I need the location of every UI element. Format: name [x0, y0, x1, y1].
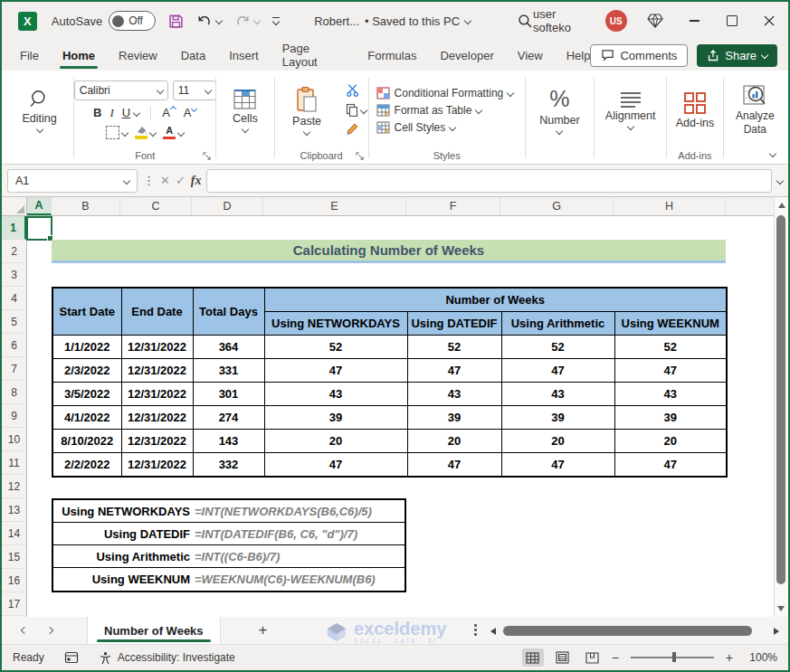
table-cell[interactable]: 20 — [501, 430, 614, 453]
header-number-of-weeks[interactable]: Number of Weeks — [264, 288, 727, 312]
minimize-button[interactable] — [676, 6, 713, 35]
undo-menu-chevron-icon[interactable] — [215, 17, 223, 24]
underline-button[interactable]: U — [122, 106, 139, 119]
row-header-15[interactable]: 15 — [2, 545, 26, 569]
table-cell[interactable]: 43 — [614, 383, 727, 406]
copy-button[interactable] — [346, 103, 366, 117]
table-cell[interactable]: 274 — [193, 406, 264, 430]
select-all-corner[interactable] — [2, 197, 27, 215]
row-header-5[interactable]: 5 — [2, 310, 26, 334]
column-header-c[interactable]: C — [120, 197, 192, 215]
table-cell[interactable]: 43 — [501, 383, 614, 406]
table-cell[interactable]: 331 — [193, 359, 264, 383]
conditional-formatting-button[interactable]: Conditional Formatting — [376, 87, 514, 99]
tab-home[interactable]: Home — [62, 45, 95, 66]
row-header-6[interactable]: 6 — [2, 334, 26, 357]
table-cell[interactable]: 47 — [614, 359, 727, 383]
tab-developer[interactable]: Developer — [440, 45, 493, 66]
row-header-4[interactable]: 4 — [2, 287, 26, 310]
table-cell[interactable]: 12/31/2022 — [121, 383, 193, 406]
legend-box[interactable]: Using NETWORKDAYS=INT(NETWORKDAYS(B6,C6)… — [52, 498, 406, 592]
chevron-down-icon[interactable] — [464, 17, 471, 24]
autosave-switch[interactable]: Off — [109, 11, 156, 31]
format-painter-button[interactable] — [346, 123, 359, 137]
zoom-level[interactable]: 100% — [741, 651, 777, 664]
horizontal-scrollbar[interactable] — [490, 625, 779, 637]
accessibility-status[interactable]: Accessibility: Investigate — [99, 651, 235, 665]
table-cell[interactable]: 332 — [193, 453, 264, 478]
table-cell[interactable]: 3/5/2022 — [52, 383, 121, 406]
column-header-a[interactable]: A — [27, 197, 52, 215]
table-cell[interactable]: 20 — [614, 430, 727, 453]
insert-function-button[interactable]: fx — [191, 174, 202, 188]
table-cell[interactable]: 39 — [264, 406, 407, 430]
row-header-1[interactable]: 1 — [2, 216, 26, 240]
grid-body[interactable]: 1234567891011121314151617 Calculating Nu… — [2, 216, 776, 617]
font-color-button[interactable]: A — [163, 126, 184, 140]
ribbon-group-cells[interactable]: Cells — [218, 72, 271, 164]
table-cell[interactable]: 20 — [264, 430, 407, 453]
add-sheet-button[interactable]: + — [259, 621, 268, 639]
ribbon-group-editing[interactable]: Editing — [7, 72, 71, 164]
document-title[interactable]: Robert... • Saved to this PC — [314, 14, 471, 28]
table-cell[interactable]: 47 — [407, 453, 501, 478]
tab-help[interactable]: Help — [566, 45, 591, 66]
clipboard-dialog-launcher[interactable] — [356, 152, 364, 160]
table-cell[interactable]: 8/10/2022 — [52, 430, 121, 453]
banner-title[interactable]: Calculating Number of Weeks — [52, 240, 726, 263]
tab-insert[interactable]: Insert — [229, 45, 259, 66]
table-cell[interactable]: 364 — [193, 336, 264, 359]
decrease-font-button[interactable]: A — [184, 106, 197, 119]
scroll-down-icon[interactable] — [777, 606, 785, 611]
table-cell[interactable]: 4/1/2022 — [52, 406, 121, 430]
zoom-in-button[interactable]: + — [726, 650, 733, 665]
formula-input[interactable] — [206, 169, 772, 193]
ribbon-group-alignment[interactable]: Alignment — [596, 72, 664, 164]
table-cell[interactable]: 1/1/2022 — [52, 336, 121, 359]
table-cell[interactable]: 52 — [614, 336, 727, 359]
tab-file[interactable]: File — [20, 45, 39, 66]
analyze-data-button[interactable]: Analyze Data — [726, 72, 785, 164]
paste-button[interactable]: Paste — [277, 86, 338, 135]
row-header-12[interactable]: 12 — [2, 475, 26, 498]
table-cell[interactable]: 12/31/2022 — [121, 406, 193, 430]
table-cell[interactable]: 47 — [501, 453, 614, 478]
vertical-scrollbar[interactable] — [774, 197, 788, 617]
close-button[interactable] — [751, 6, 788, 35]
table-cell[interactable]: 52 — [407, 336, 501, 359]
excel-logo-icon[interactable]: X — [18, 12, 37, 31]
cancel-button[interactable]: ✕ — [160, 174, 170, 187]
view-page-break-button[interactable] — [582, 648, 604, 667]
ribbon-group-addins[interactable]: Add-ins Add-ins — [669, 72, 720, 164]
weeks-table[interactable]: Start Date End Date Total Days Number of… — [52, 287, 728, 478]
row-header-3[interactable]: 3 — [2, 263, 26, 287]
customize-quick-access-button[interactable] — [272, 17, 280, 25]
legend-row[interactable]: Using NETWORKDAYS=INT(NETWORKDAYS(B6,C6)… — [53, 500, 405, 523]
tab-review[interactable]: Review — [119, 45, 157, 66]
row-header-14[interactable]: 14 — [2, 522, 26, 545]
font-family-select[interactable]: Calibri — [74, 80, 168, 100]
tab-formulas[interactable]: Formulas — [367, 45, 416, 66]
active-cell-a1-selection[interactable] — [26, 216, 52, 241]
maximize-button[interactable] — [713, 6, 750, 35]
table-cell[interactable]: 47 — [614, 453, 727, 478]
row-header-2[interactable]: 2 — [2, 240, 26, 263]
tab-page-layout[interactable]: Page Layout — [282, 38, 345, 72]
table-cell[interactable]: 43 — [407, 383, 501, 406]
header-datedif[interactable]: Using DATEDIF — [407, 312, 501, 336]
undo-button[interactable] — [196, 14, 222, 28]
row-header-17[interactable]: 17 — [2, 592, 26, 616]
column-header-e[interactable]: E — [263, 197, 406, 215]
row-header-16[interactable]: 16 — [2, 569, 26, 592]
scroll-left-icon[interactable] — [490, 628, 496, 635]
zoom-slider[interactable] — [631, 657, 714, 658]
column-header-f[interactable]: F — [406, 197, 500, 215]
table-cell[interactable]: 12/31/2022 — [121, 430, 193, 453]
fill-color-button[interactable] — [135, 126, 156, 139]
comments-button[interactable]: Comments — [590, 44, 688, 67]
row-header-11[interactable]: 11 — [2, 451, 26, 475]
table-cell[interactable]: 301 — [193, 383, 264, 406]
format-as-table-button[interactable]: Format as Table — [376, 104, 482, 117]
macro-record-button[interactable] — [64, 651, 79, 664]
save-button[interactable] — [168, 14, 184, 29]
